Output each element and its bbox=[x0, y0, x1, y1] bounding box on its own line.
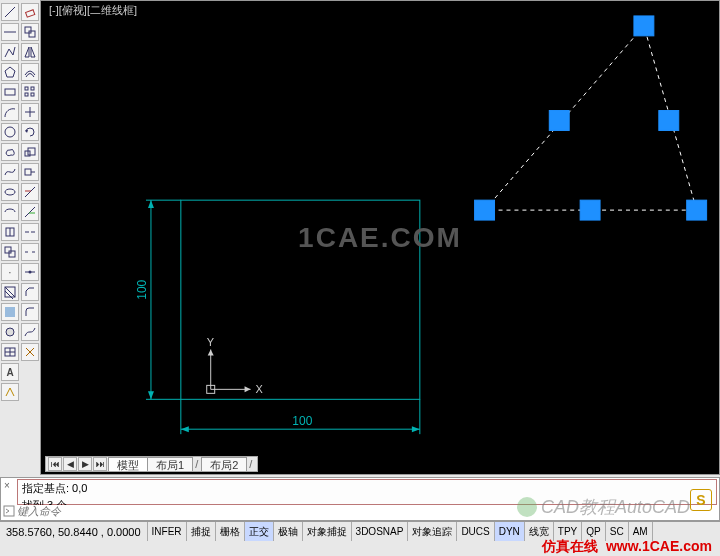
svg-line-11 bbox=[5, 291, 13, 299]
svg-rect-22 bbox=[31, 87, 34, 90]
grip-icon bbox=[687, 200, 707, 220]
svg-rect-24 bbox=[31, 93, 34, 96]
tab-divider: / bbox=[246, 458, 255, 470]
grip-icon bbox=[659, 111, 679, 131]
svg-point-41 bbox=[29, 271, 32, 274]
svg-line-43 bbox=[30, 348, 34, 352]
svg-rect-18 bbox=[26, 10, 35, 17]
circle-tool-icon[interactable] bbox=[1, 123, 19, 141]
svg-line-34 bbox=[25, 207, 35, 217]
make-block-icon[interactable] bbox=[1, 243, 19, 261]
hatch-tool-icon[interactable] bbox=[1, 283, 19, 301]
stretch-tool-icon[interactable] bbox=[21, 163, 39, 181]
status-toggle-dyn[interactable]: DYN bbox=[495, 522, 525, 541]
status-toggle-栅格[interactable]: 栅格 bbox=[216, 522, 245, 541]
status-toggle-捕捉[interactable]: 捕捉 bbox=[187, 522, 216, 541]
ellipse-arc-tool-icon[interactable] bbox=[1, 203, 19, 221]
site-brand: 仿真在线 www.1CAE.com bbox=[542, 538, 712, 556]
svg-point-4 bbox=[5, 127, 15, 137]
construction-line-icon[interactable] bbox=[1, 23, 19, 41]
tab-last-icon[interactable]: ⏭ bbox=[93, 457, 107, 471]
explode-tool-icon[interactable] bbox=[21, 343, 39, 361]
gradient-tool-icon[interactable] bbox=[1, 303, 19, 321]
rectangle-tool-icon[interactable] bbox=[1, 83, 19, 101]
command-prompt-icon bbox=[3, 505, 15, 517]
line-tool-icon[interactable] bbox=[1, 3, 19, 21]
copy-tool-icon[interactable] bbox=[21, 23, 39, 41]
blend-tool-icon[interactable] bbox=[21, 323, 39, 341]
scale-tool-icon[interactable] bbox=[21, 143, 39, 161]
region-tool-icon[interactable] bbox=[1, 323, 19, 341]
layout-tab-bar: ⏮ ◀ ▶ ⏭ 模型 布局1 / 布局2 / bbox=[45, 456, 258, 472]
svg-point-14 bbox=[6, 328, 14, 336]
tab-layout1[interactable]: 布局1 bbox=[147, 457, 193, 471]
close-icon[interactable]: × bbox=[4, 480, 14, 490]
svg-marker-56 bbox=[245, 386, 251, 392]
addselected-tool-icon[interactable] bbox=[1, 383, 19, 401]
svg-marker-2 bbox=[5, 67, 15, 77]
svg-text:Y: Y bbox=[207, 336, 215, 348]
svg-point-5 bbox=[5, 189, 15, 195]
status-toggle-极轴[interactable]: 极轴 bbox=[274, 522, 303, 541]
drawing-viewport[interactable]: [-][俯视][二维线框] 100 100 X Y bbox=[40, 0, 720, 475]
grip-icon bbox=[634, 16, 654, 36]
svg-marker-57 bbox=[208, 350, 214, 356]
command-history: 指定基点: 0,0 找到 3 个 bbox=[17, 479, 717, 505]
svg-rect-3 bbox=[5, 89, 15, 95]
fillet-tool-icon[interactable] bbox=[21, 303, 39, 321]
status-toggle-正交[interactable]: 正交 bbox=[245, 522, 274, 541]
erase-tool-icon[interactable] bbox=[21, 3, 39, 21]
tab-layout2[interactable]: 布局2 bbox=[201, 457, 247, 471]
status-toggle-对象捕捉[interactable]: 对象捕捉 bbox=[303, 522, 352, 541]
ime-badge: S bbox=[690, 489, 712, 511]
tab-first-icon[interactable]: ⏮ bbox=[48, 457, 62, 471]
extend-tool-icon[interactable] bbox=[21, 203, 39, 221]
polygon-tool-icon[interactable] bbox=[1, 63, 19, 81]
status-toggle-ducs[interactable]: DUCS bbox=[457, 522, 494, 541]
grip-icon bbox=[580, 200, 600, 220]
mtext-tool-icon[interactable]: A bbox=[1, 363, 19, 381]
status-toggle-infer[interactable]: INFER bbox=[148, 522, 187, 541]
svg-marker-49 bbox=[412, 426, 420, 432]
svg-rect-30 bbox=[25, 169, 31, 175]
svg-rect-9 bbox=[9, 251, 15, 257]
tab-prev-icon[interactable]: ◀ bbox=[63, 457, 77, 471]
command-window: × 指定基点: 0,0 找到 3 个 bbox=[0, 477, 720, 521]
svg-line-45 bbox=[30, 352, 34, 356]
grip-icon bbox=[549, 111, 569, 131]
revcloud-tool-icon[interactable] bbox=[1, 143, 19, 161]
coordinate-readout[interactable]: 358.5760, 50.8440 , 0.0000 bbox=[0, 522, 148, 541]
mirror-tool-icon[interactable] bbox=[21, 43, 39, 61]
tab-next-icon[interactable]: ▶ bbox=[78, 457, 92, 471]
svg-marker-48 bbox=[181, 426, 189, 432]
status-toggle-对象追踪[interactable]: 对象追踪 bbox=[408, 522, 457, 541]
svg-marker-53 bbox=[148, 391, 154, 399]
svg-rect-20 bbox=[29, 31, 35, 37]
command-history-line: 指定基点: 0,0 bbox=[18, 480, 716, 497]
rotate-tool-icon[interactable] bbox=[21, 123, 39, 141]
array-tool-icon[interactable] bbox=[21, 83, 39, 101]
table-tool-icon[interactable] bbox=[1, 343, 19, 361]
ucs-icon: X Y bbox=[207, 336, 264, 396]
insert-block-icon[interactable] bbox=[1, 223, 19, 241]
svg-marker-27 bbox=[25, 130, 28, 133]
svg-rect-8 bbox=[5, 247, 11, 253]
spline-tool-icon[interactable] bbox=[1, 163, 19, 181]
break-tool-icon[interactable] bbox=[21, 243, 39, 261]
status-toggle-3dosnap[interactable]: 3DOSNAP bbox=[352, 522, 409, 541]
chamfer-tool-icon[interactable] bbox=[21, 283, 39, 301]
point-tool-icon[interactable]: · bbox=[1, 263, 19, 281]
offset-tool-icon[interactable] bbox=[21, 63, 39, 81]
join-tool-icon[interactable] bbox=[21, 263, 39, 281]
svg-rect-19 bbox=[25, 27, 31, 33]
tab-model[interactable]: 模型 bbox=[108, 457, 148, 471]
ellipse-tool-icon[interactable] bbox=[1, 183, 19, 201]
command-input[interactable] bbox=[17, 505, 717, 517]
polyline-tool-icon[interactable] bbox=[1, 43, 19, 61]
svg-marker-52 bbox=[148, 200, 154, 208]
left-toolbars: · A bbox=[0, 0, 40, 475]
move-tool-icon[interactable] bbox=[21, 103, 39, 121]
arc-tool-icon[interactable] bbox=[1, 103, 19, 121]
trim-tool-icon[interactable] bbox=[21, 183, 39, 201]
break-at-point-icon[interactable] bbox=[21, 223, 39, 241]
